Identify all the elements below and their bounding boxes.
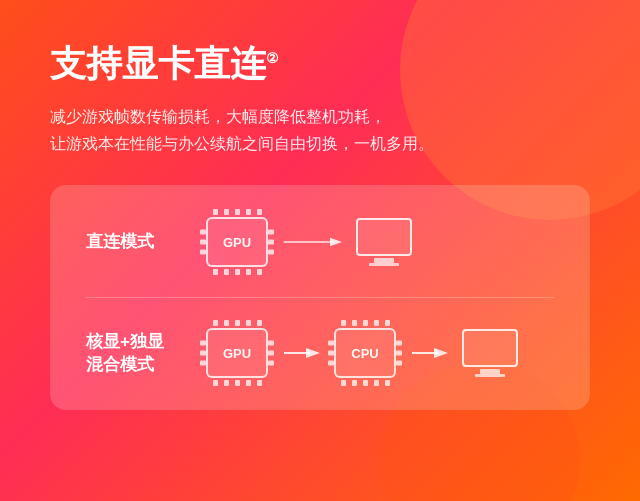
gpu-chip-hybrid: GPU (206, 320, 268, 386)
pin-side (328, 351, 334, 356)
pin-side (268, 351, 274, 356)
pin (363, 380, 368, 386)
monitor-direct (356, 218, 412, 266)
cpu-chip-hybrid: CPU (334, 320, 396, 386)
direct-mode-label: 直连模式 (86, 230, 196, 254)
pin-side (396, 361, 402, 366)
pin (235, 209, 240, 215)
page-title: 支持显卡直连② (50, 40, 590, 89)
pin (246, 380, 251, 386)
pin (213, 380, 218, 386)
pin (385, 380, 390, 386)
pin (235, 269, 240, 275)
direct-mode-row: 直连模式 (86, 209, 554, 275)
pin (341, 320, 346, 326)
svg-marker-1 (330, 238, 342, 247)
pin-side (200, 341, 206, 346)
pin (213, 269, 218, 275)
pin-side (200, 250, 206, 255)
pin-side (268, 240, 274, 245)
arrow-direct (282, 232, 342, 252)
monitor-screen-h (462, 329, 518, 367)
pin (257, 209, 262, 215)
pin (246, 269, 251, 275)
cpu-pins-bottom (341, 380, 390, 386)
gpu-pins-left (200, 230, 206, 255)
pin (352, 320, 357, 326)
pin-side (396, 351, 402, 356)
pin-side (200, 351, 206, 356)
mode-divider (86, 297, 554, 298)
gpu-pins-top-h (213, 320, 262, 326)
gpu-chip-body: GPU (206, 217, 268, 267)
pin-side (268, 361, 274, 366)
pin (257, 320, 262, 326)
cpu-pins-top (341, 320, 390, 326)
pin-side (200, 240, 206, 245)
gpu-pins-bottom-h (213, 380, 262, 386)
pin-side (268, 341, 274, 346)
pin-side (328, 361, 334, 366)
gpu-pins-bottom (213, 269, 262, 275)
arrow-hybrid-1 (282, 343, 320, 363)
pin (246, 209, 251, 215)
pin (374, 380, 379, 386)
gpu-pins-right (268, 230, 274, 255)
direct-mode-diagram: GPU (206, 209, 554, 275)
monitor-base-h (475, 374, 505, 377)
monitor-hybrid (462, 329, 518, 377)
monitor-base (369, 263, 399, 266)
pin (257, 269, 262, 275)
hybrid-mode-diagram: GPU (206, 320, 554, 386)
pin (374, 320, 379, 326)
gpu-chip-body-h: GPU (206, 328, 268, 378)
pin-side (200, 230, 206, 235)
background: 支持显卡直连② 减少游戏帧数传输损耗，大幅度降低整机功耗， 让游戏本在性能与办公… (0, 0, 640, 501)
pin-side (268, 230, 274, 235)
gpu-label-hybrid: GPU (223, 346, 251, 361)
pin (385, 320, 390, 326)
pin (213, 320, 218, 326)
pin (224, 269, 229, 275)
pin-side (396, 341, 402, 346)
pin-side (328, 341, 334, 346)
pin (224, 320, 229, 326)
svg-marker-5 (434, 348, 448, 358)
pin (352, 380, 357, 386)
pin (341, 380, 346, 386)
svg-marker-3 (306, 348, 320, 358)
pin-side (200, 361, 206, 366)
pin (235, 320, 240, 326)
pin (213, 209, 218, 215)
arrow-hybrid-2 (410, 343, 448, 363)
pin (257, 380, 262, 386)
pin (224, 209, 229, 215)
cpu-label: CPU (351, 346, 378, 361)
gpu-label-direct: GPU (223, 235, 251, 250)
pin (363, 320, 368, 326)
gpu-pins-left-h (200, 341, 206, 366)
cpu-chip-body: CPU (334, 328, 396, 378)
pin-side (268, 250, 274, 255)
modes-card: 直连模式 (50, 185, 590, 410)
cpu-pins-left (328, 341, 334, 366)
monitor-screen (356, 218, 412, 256)
hybrid-mode-row: 核显+独显 混合模式 (86, 320, 554, 386)
pin (235, 380, 240, 386)
subtitle: 减少游戏帧数传输损耗，大幅度降低整机功耗， 让游戏本在性能与办公续航之间自由切换… (50, 103, 590, 157)
hybrid-mode-label: 核显+独显 混合模式 (86, 330, 196, 378)
gpu-pins-top (213, 209, 262, 215)
pin (246, 320, 251, 326)
pin (224, 380, 229, 386)
gpu-pins-right-h (268, 341, 274, 366)
cpu-pins-right (396, 341, 402, 366)
gpu-chip-direct: GPU (206, 209, 268, 275)
